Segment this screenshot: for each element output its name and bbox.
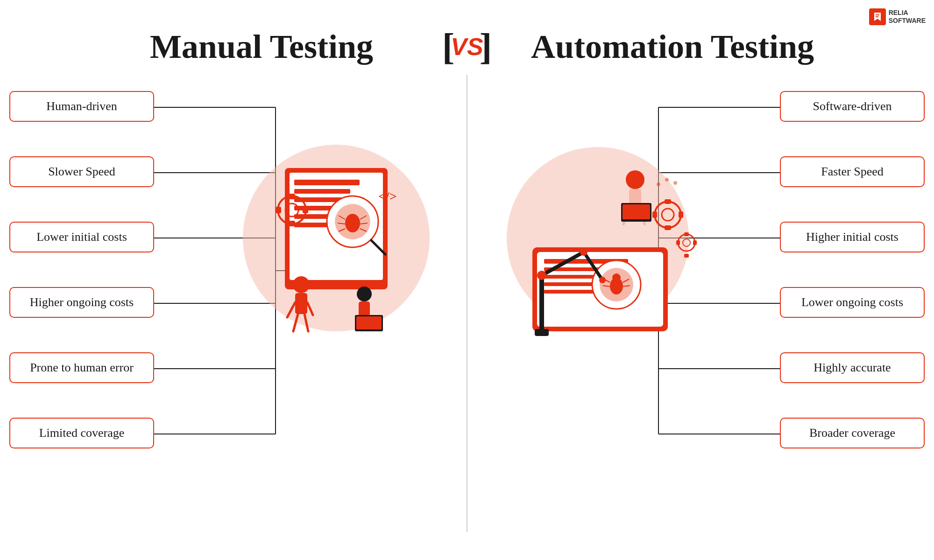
vs-badge: [ VS ] xyxy=(425,23,509,70)
svg-rect-2 xyxy=(876,16,878,17)
svg-point-67 xyxy=(612,273,621,282)
feat-right-highly-accurate: Highly accurate xyxy=(780,352,925,383)
feat-right-software-driven: Software-driven xyxy=(780,91,925,122)
svg-rect-54 xyxy=(276,207,281,213)
svg-rect-96 xyxy=(693,240,697,245)
svg-rect-78 xyxy=(535,329,549,336)
svg-rect-52 xyxy=(289,194,295,199)
svg-text:</>: </> xyxy=(378,189,397,203)
svg-point-46 xyxy=(357,287,372,301)
svg-rect-94 xyxy=(684,254,689,258)
manual-title: Manual Testing xyxy=(98,28,425,66)
manual-illustration: </> xyxy=(219,107,453,341)
svg-rect-90 xyxy=(679,211,683,218)
svg-point-77 xyxy=(599,277,606,283)
svg-point-98 xyxy=(665,178,669,182)
feat-right-higher-initial: Higher initial costs xyxy=(780,222,925,252)
logo-text: RELIA SOFTWARE xyxy=(889,9,926,25)
svg-rect-87 xyxy=(665,199,671,204)
center-divider xyxy=(467,75,467,532)
svg-point-79 xyxy=(626,170,644,189)
page: RELIA SOFTWARE Manual Testing [ VS ] Aut… xyxy=(0,0,934,560)
svg-point-99 xyxy=(673,181,677,185)
svg-rect-23 xyxy=(294,189,350,194)
svg-point-97 xyxy=(657,182,660,186)
svg-rect-53 xyxy=(289,221,295,226)
svg-point-30 xyxy=(345,214,360,232)
vs-text: VS xyxy=(451,33,483,61)
feat-left-prone-error: Prone to human error xyxy=(9,352,154,383)
automation-illustration xyxy=(481,107,715,341)
svg-point-40 xyxy=(293,276,310,293)
header: Manual Testing [ VS ] Automation Testing xyxy=(0,23,934,70)
svg-rect-88 xyxy=(665,225,671,230)
feat-left-higher-ongoing: Higher ongoing costs xyxy=(9,287,154,318)
feat-left-human-driven: Human-driven xyxy=(9,91,154,122)
svg-rect-22 xyxy=(294,180,360,185)
svg-rect-1 xyxy=(876,14,879,15)
svg-rect-49 xyxy=(356,316,382,329)
svg-rect-93 xyxy=(684,232,689,236)
feat-left-slower-speed: Slower Speed xyxy=(9,156,154,187)
feat-left-lower-initial: Lower initial costs xyxy=(9,222,154,252)
logo: RELIA SOFTWARE xyxy=(869,8,926,25)
automation-title: Automation Testing xyxy=(509,28,836,66)
svg-rect-41 xyxy=(295,293,307,314)
svg-rect-95 xyxy=(676,240,680,245)
svg-rect-84 xyxy=(623,204,650,219)
svg-point-76 xyxy=(580,248,587,256)
feat-left-limited-coverage: Limited coverage xyxy=(9,418,154,448)
feat-right-lower-ongoing: Lower ongoing costs xyxy=(780,287,925,318)
svg-rect-89 xyxy=(652,211,657,218)
feat-right-broader-coverage: Broader coverage xyxy=(780,418,925,448)
svg-rect-55 xyxy=(303,207,308,213)
svg-point-75 xyxy=(537,271,546,280)
feat-right-faster-speed: Faster Speed xyxy=(780,156,925,187)
logo-icon xyxy=(869,8,886,25)
